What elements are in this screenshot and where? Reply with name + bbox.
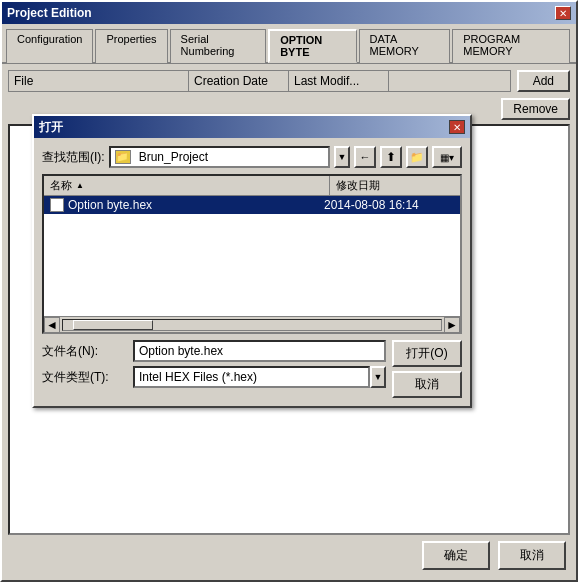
nav-up-button[interactable]: ⬆ [380, 146, 402, 168]
dialog-close-button[interactable]: ✕ [449, 120, 465, 134]
filetype-select[interactable] [133, 366, 370, 388]
file-list-item[interactable]: □ Option byte.hex 2014-08-08 16:14 [44, 196, 460, 214]
file-item-name: □ Option byte.hex [50, 198, 324, 212]
outer-window: Project Edition ✕ Configuration Properti… [0, 0, 578, 582]
window-title: Project Edition [7, 6, 92, 20]
open-dialog: 打开 ✕ 查找范围(I): 📁 Brun_Project ▼ ← ⬆ [32, 114, 472, 408]
hscroll-right-btn[interactable]: ► [444, 317, 460, 333]
window-titlebar: Project Edition ✕ [2, 2, 576, 24]
filetype-form-row: 文件类型(T): ▼ [42, 366, 386, 388]
hscroll-track[interactable] [62, 319, 442, 331]
dialog-title: 打开 [39, 119, 63, 136]
filetype-label: 文件类型(T): [42, 369, 127, 386]
folder-icon: 📁 [115, 150, 131, 164]
dialog-cancel-button[interactable]: 取消 [392, 371, 462, 398]
dialog-action-buttons: 打开(O) 取消 [392, 340, 462, 398]
nav-newfolder-button[interactable]: 📁 [406, 146, 428, 168]
filename-label: 文件名(N): [42, 343, 127, 360]
dialog-overlay: 打开 ✕ 查找范围(I): 📁 Brun_Project ▼ ← ⬆ [2, 64, 576, 580]
dialog-body: 查找范围(I): 📁 Brun_Project ▼ ← ⬆ 📁 ▦▾ [34, 138, 470, 406]
filetype-select-container: ▼ [133, 366, 386, 388]
filename-form-row: 文件名(N): [42, 340, 386, 362]
tab-program-memory[interactable]: PROGRAM MEMORY [452, 29, 570, 63]
filename-input[interactable] [133, 340, 386, 362]
flist-col-date-header: 修改日期 [330, 176, 460, 195]
file-list-body: □ Option byte.hex 2014-08-08 16:14 [44, 196, 460, 316]
flist-col-name-header[interactable]: 名称 ▲ [44, 176, 330, 195]
file-list-header: 名称 ▲ 修改日期 [44, 176, 460, 196]
location-value: Brun_Project [139, 150, 208, 164]
tab-option-byte[interactable]: OPTION BYTE [268, 29, 356, 63]
tab-data-memory[interactable]: DATA MEMORY [359, 29, 451, 63]
title-buttons: ✕ [555, 6, 571, 20]
hscroll-container: ◄ ► [44, 316, 460, 332]
filetype-dropdown-btn[interactable]: ▼ [370, 366, 386, 388]
tab-serial-numbering[interactable]: Serial Numbering [170, 29, 267, 63]
nav-back-button[interactable]: ← [354, 146, 376, 168]
nav-views-button[interactable]: ▦▾ [432, 146, 462, 168]
location-select[interactable]: 📁 Brun_Project [109, 146, 330, 168]
hscroll-thumb[interactable] [73, 320, 153, 330]
dialog-form: 文件名(N): 文件类型(T): ▼ [42, 340, 462, 398]
dialog-open-button[interactable]: 打开(O) [392, 340, 462, 367]
sort-arrow-icon: ▲ [76, 181, 84, 190]
file-icon: □ [50, 198, 64, 212]
dialog-toolbar: 查找范围(I): 📁 Brun_Project ▼ ← ⬆ 📁 ▦▾ [42, 146, 462, 168]
file-item-date: 2014-08-08 16:14 [324, 198, 454, 212]
main-content: File Creation Date Last Modif... Add Rem… [2, 64, 576, 580]
location-label: 查找范围(I): [42, 149, 105, 166]
tab-bar: Configuration Properties Serial Numberin… [2, 24, 576, 64]
close-button[interactable]: ✕ [555, 6, 571, 20]
location-dropdown-button[interactable]: ▼ [334, 146, 350, 168]
tab-configuration[interactable]: Configuration [6, 29, 93, 63]
tab-properties[interactable]: Properties [95, 29, 167, 63]
dialog-titlebar: 打开 ✕ [34, 116, 470, 138]
file-list-container: 名称 ▲ 修改日期 □ [42, 174, 462, 334]
filename-row: 文件名(N): 文件类型(T): ▼ [42, 340, 462, 398]
hscroll-left-btn[interactable]: ◄ [44, 317, 60, 333]
